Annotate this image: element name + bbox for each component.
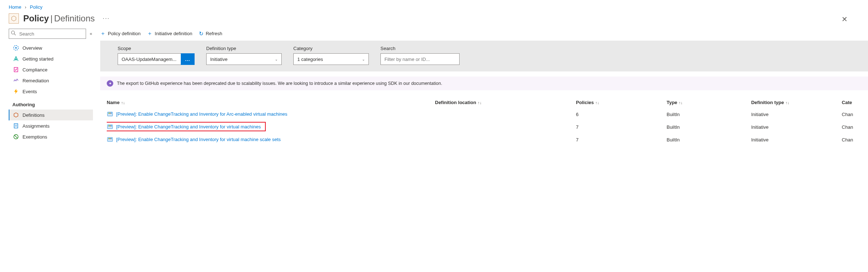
category-dropdown[interactable]: 1 categories ⌄: [293, 53, 369, 65]
cell-policies: 7: [576, 133, 667, 146]
cmd-label: Policy definition: [108, 31, 140, 36]
sort-icon: ↑↓: [679, 100, 683, 105]
scope-value: OAAS-UpdateManagem...: [122, 57, 176, 62]
svg-marker-0: [12, 16, 16, 21]
chevron-down-icon: ⌄: [275, 57, 278, 61]
col-name[interactable]: Name↑↓: [107, 97, 435, 108]
table-header-row: Name↑↓ Definition location↑↓ Policies↑↓ …: [107, 97, 868, 108]
cell-category: Chan: [842, 133, 868, 146]
breadcrumb-separator: ›: [25, 4, 26, 10]
cell-location: [435, 121, 576, 133]
sidebar-search-input[interactable]: [9, 29, 86, 39]
events-icon: [13, 88, 19, 94]
info-banner: ✦ The export to GitHub experience has be…: [100, 77, 868, 90]
sidebar-item-assignments[interactable]: Assignments: [9, 120, 93, 131]
svg-point-1: [11, 31, 15, 34]
sidebar-item-label: Events: [23, 89, 37, 94]
overview-icon: [13, 45, 19, 51]
sidebar-item-overview[interactable]: Overview: [9, 42, 93, 53]
refresh-button[interactable]: ↻ Refresh: [199, 30, 223, 37]
scope-field[interactable]: OAAS-UpdateManagem...: [118, 53, 181, 65]
table-row[interactable]: [Preview]: Enable ChangeTracking and Inv…: [107, 121, 868, 133]
scope-picker-button[interactable]: ...: [181, 53, 195, 65]
cell-policies: 7: [576, 121, 667, 133]
svg-point-19: [110, 125, 111, 127]
cell-definition-type: Initiative: [751, 108, 842, 121]
sidebar-item-label: Assignments: [23, 123, 49, 129]
page-title-sub: Definitions: [54, 13, 95, 23]
col-definition-type[interactable]: Definition type↑↓: [751, 97, 842, 108]
cell-definition-type: Initiative: [751, 133, 842, 146]
sidebar-item-label: Getting started: [23, 56, 53, 62]
sidebar-search[interactable]: [9, 29, 86, 39]
add-policy-definition-button[interactable]: ＋ Policy definition: [100, 30, 140, 37]
highlight-annotation: [Preview]: Enable ChangeTracking and Inv…: [107, 122, 266, 131]
search-icon: [11, 30, 16, 37]
sidebar: « Overview Getting started Compliance Re…: [9, 29, 93, 146]
cmd-label: Refresh: [206, 31, 223, 36]
svg-point-15: [110, 113, 111, 114]
sidebar-item-definitions[interactable]: Definitions: [9, 110, 93, 120]
page-title-main: Policy: [23, 13, 49, 23]
sidebar-item-compliance[interactable]: Compliance: [9, 64, 93, 75]
table-row[interactable]: [Preview]: Enable ChangeTracking and Inv…: [107, 133, 868, 146]
more-actions-button[interactable]: ···: [103, 15, 110, 22]
dropdown-value: 1 categories: [297, 57, 323, 62]
svg-point-22: [109, 138, 110, 139]
cell-policies: 6: [576, 108, 667, 121]
sidebar-section-authoring: Authoring: [9, 97, 93, 110]
filter-label: Scope: [118, 46, 195, 51]
policy-icon: [9, 13, 19, 24]
definition-type-dropdown[interactable]: Initiative ⌄: [206, 53, 282, 65]
cell-type: BuiltIn: [667, 108, 751, 121]
cell-name: [Preview]: Enable ChangeTracking and Inv…: [107, 133, 435, 146]
cell-location: [435, 108, 576, 121]
add-initiative-definition-button[interactable]: ＋ Initiative definition: [147, 30, 192, 37]
info-icon: ✦: [107, 80, 113, 87]
breadcrumb-home[interactable]: Home: [9, 4, 21, 10]
definitions-icon: [13, 112, 19, 118]
cell-type: BuiltIn: [667, 121, 751, 133]
svg-marker-7: [14, 113, 18, 117]
sidebar-item-label: Remediation: [23, 78, 49, 83]
breadcrumb-policy[interactable]: Policy: [30, 4, 42, 10]
getting-started-icon: [13, 56, 19, 62]
filter-bar: Scope OAAS-UpdateManagem... ... Definiti…: [100, 41, 868, 71]
cell-category: Chan: [842, 121, 868, 133]
close-button[interactable]: ✕: [841, 13, 859, 24]
svg-line-2: [14, 34, 16, 35]
sidebar-item-label: Definitions: [23, 112, 45, 118]
main-content: ＋ Policy definition ＋ Initiative definit…: [93, 29, 868, 146]
svg-point-4: [15, 47, 17, 49]
svg-rect-8: [14, 124, 18, 128]
filter-label: Definition type: [206, 46, 282, 51]
info-banner-text: The export to GitHub experience has been…: [117, 81, 442, 86]
definition-link[interactable]: [Preview]: Enable ChangeTracking and Inv…: [116, 137, 281, 142]
plus-icon: ＋: [100, 30, 106, 37]
col-category[interactable]: Cate: [842, 97, 868, 108]
sort-icon: ↑↓: [478, 100, 482, 105]
filter-search-input[interactable]: [380, 53, 460, 65]
col-type[interactable]: Type↑↓: [667, 97, 751, 108]
definitions-table: Name↑↓ Definition location↑↓ Policies↑↓ …: [107, 97, 868, 146]
definition-link[interactable]: [Preview]: Enable ChangeTracking and Inv…: [116, 111, 287, 117]
sort-icon: ↑↓: [121, 100, 125, 105]
svg-point-23: [110, 138, 111, 139]
sidebar-item-label: Overview: [23, 45, 42, 51]
sidebar-item-exemptions[interactable]: Exemptions: [9, 131, 93, 142]
definition-link[interactable]: [Preview]: Enable ChangeTracking and Inv…: [116, 124, 261, 129]
sidebar-item-events[interactable]: Events: [9, 86, 93, 97]
cell-location: [435, 133, 576, 146]
filter-definition-type: Definition type Initiative ⌄: [206, 46, 282, 65]
sidebar-item-getting-started[interactable]: Getting started: [9, 53, 93, 64]
svg-point-14: [109, 113, 110, 114]
collapse-sidebar-button[interactable]: «: [89, 30, 93, 37]
col-definition-location[interactable]: Definition location↑↓: [435, 97, 576, 108]
command-bar: ＋ Policy definition ＋ Initiative definit…: [100, 29, 868, 41]
page-title: Policy|Definitions: [23, 13, 95, 24]
col-policies[interactable]: Policies↑↓: [576, 97, 667, 108]
sidebar-item-remediation[interactable]: Remediation: [9, 75, 93, 86]
cell-type: BuiltIn: [667, 133, 751, 146]
svg-marker-6: [14, 89, 18, 94]
table-row[interactable]: [Preview]: Enable ChangeTracking and Inv…: [107, 108, 868, 121]
